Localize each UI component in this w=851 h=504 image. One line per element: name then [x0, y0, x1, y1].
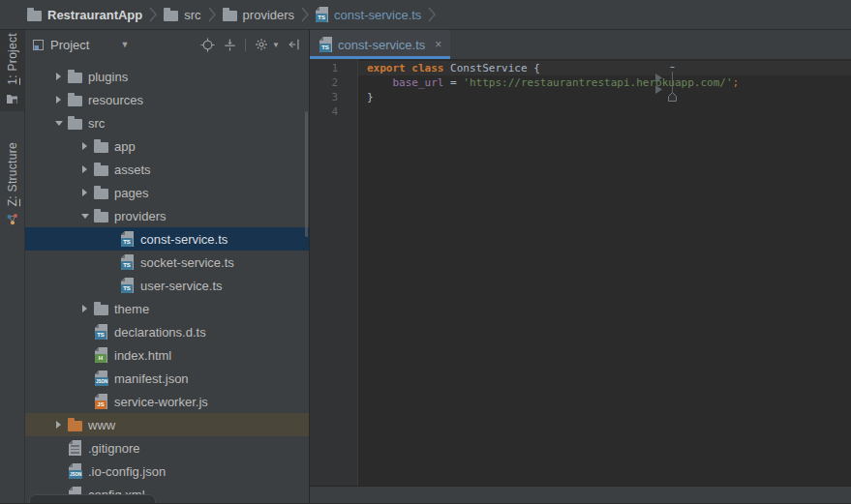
editor-tab-const-service-ts[interactable]: TSconst-service.ts×: [310, 30, 450, 59]
folder-icon: [68, 119, 82, 130]
breadcrumb: RestraurantAppsrcprovidersTSconst-servic…: [0, 0, 851, 30]
tree-item-socket-service-ts[interactable]: TSsocket-service.ts: [25, 251, 309, 274]
tree-item-resources[interactable]: resources: [25, 88, 309, 111]
folder-excluded-icon: [68, 421, 82, 431]
collapse-all-icon[interactable]: [223, 38, 237, 52]
tree-item-pages[interactable]: pages: [25, 181, 309, 204]
file-textfile-icon: [69, 440, 81, 456]
tree-collapsed-arrow-icon[interactable]: [50, 421, 67, 429]
breadcrumb-label: providers: [243, 8, 294, 22]
tree-item-label: index.html: [114, 348, 171, 363]
tree-item--gitignore[interactable]: .gitignore: [25, 436, 309, 460]
code-pane[interactable]: export class ConstService { base_url = '…: [358, 59, 851, 486]
tree-item-label: pages: [114, 186, 148, 200]
tree-item-label: www: [88, 418, 115, 432]
status-bar: [310, 486, 851, 503]
line-number: 4: [310, 104, 357, 119]
tree-item-declarations-d-ts[interactable]: TSdeclarations.d.ts: [25, 320, 309, 343]
tree-item-assets[interactable]: assets: [25, 158, 309, 181]
code-line: }: [358, 90, 851, 104]
code-token-keyword: export class: [367, 62, 443, 74]
tree-item-label: service-worker.js: [114, 395, 208, 409]
breadcrumb-item-const-service-ts[interactable]: TSconst-service.ts: [316, 7, 421, 22]
settings-gear-icon[interactable]: [254, 37, 269, 52]
tree-item-manifest-json[interactable]: JSONmanifest.json: [25, 367, 309, 390]
file-ts-icon: TS: [316, 7, 328, 22]
tree-collapsed-arrow-icon[interactable]: [76, 189, 93, 196]
tool-strip-tab-project[interactable]: 1: Project: [0, 30, 24, 111]
file-badge: TS: [316, 14, 327, 22]
line-number: 3: [310, 90, 357, 104]
tool-strip-tab-structure[interactable]: Z: Structure: [0, 123, 24, 249]
folder-icon: [94, 189, 108, 199]
hide-panel-icon[interactable]: [288, 38, 301, 51]
editor[interactable]: 1234 export class ConstService { base_ur…: [310, 59, 851, 486]
folder-icon: [164, 11, 178, 21]
folder-icon: [68, 96, 82, 106]
tree-item-plugins[interactable]: plugins: [25, 65, 309, 88]
folder-icon: [94, 142, 108, 153]
tree-collapsed-arrow-icon[interactable]: [76, 165, 93, 173]
breadcrumb-item-restraurantapp[interactable]: RestraurantApp: [27, 8, 142, 22]
breadcrumb-label: RestraurantApp: [47, 8, 142, 22]
tree-item-label: socket-service.ts: [140, 255, 234, 270]
file-badge: TS: [319, 44, 331, 52]
tree-item-label: .io-config.json: [88, 464, 166, 479]
tree-item--io-config-json[interactable]: JSON.io-config.json: [25, 460, 309, 483]
tree-item-theme[interactable]: theme: [25, 297, 309, 320]
project-tree: pluginsresourcessrcappassetspagesprovide…: [25, 59, 309, 503]
structure-tool-icon: [6, 212, 18, 229]
tree-item-service-worker-js[interactable]: JSservice-worker.js: [25, 390, 309, 413]
tree-item-index-html[interactable]: Hindex.html: [25, 343, 309, 367]
tab-close-icon[interactable]: ×: [435, 38, 441, 51]
code-token-plain: =: [443, 76, 463, 89]
code-token-field: base_url: [393, 76, 444, 89]
file-ts-icon: TS: [319, 37, 332, 52]
tree-item-label: .gitignore: [88, 441, 139, 456]
gear-caret-icon: ▼: [272, 41, 280, 49]
ide-window: RestraurantAppsrcprovidersTSconst-servic…: [0, 0, 851, 504]
panel-actions: ▼: [200, 37, 301, 52]
folder-icon: [94, 212, 108, 222]
tree-collapsed-arrow-icon[interactable]: [76, 305, 93, 312]
file-json-icon: JSON: [69, 463, 81, 479]
tree-item-app[interactable]: app: [25, 134, 309, 158]
tree-scrollbar-thumb[interactable]: [305, 111, 308, 237]
breadcrumb-item-src[interactable]: src: [164, 8, 200, 22]
left-tool-strip: 1: ProjectZ: Structure: [0, 30, 25, 503]
tree-expanded-arrow-icon[interactable]: [50, 121, 67, 126]
folder-icon: [27, 11, 42, 21]
tree-collapsed-arrow-icon[interactable]: [76, 142, 93, 150]
code-line: [358, 104, 851, 119]
tree-collapsed-arrow-icon[interactable]: [50, 96, 67, 104]
tree-item-providers[interactable]: providers: [25, 204, 309, 227]
line-number: 2: [310, 75, 357, 90]
tree-item-label: const-service.ts: [140, 232, 228, 247]
tree-item-label: resources: [88, 93, 143, 107]
breadcrumb-separator-icon: [428, 6, 436, 23]
tree-item-www[interactable]: www: [25, 413, 309, 436]
breadcrumb-item-providers[interactable]: providers: [223, 8, 294, 22]
panel-title-caret-icon[interactable]: ▼: [120, 40, 129, 49]
tree-collapsed-arrow-icon[interactable]: [50, 73, 67, 80]
line-number: 1: [310, 61, 357, 75]
tree-item-label: user-service.ts: [140, 279, 223, 293]
code-token-semicolon: ;: [733, 76, 740, 89]
code-line: base_url = 'https://restaurantrestapi.he…: [358, 75, 851, 90]
project-tool-window: Project ▼: [25, 30, 310, 503]
tree-item-const-service-ts[interactable]: TSconst-service.ts: [25, 227, 309, 251]
file-html-icon: H: [95, 347, 107, 363]
project-tool-icon: [6, 91, 18, 108]
tool-strip-tab-label: 1: Project: [6, 33, 19, 85]
breadcrumb-separator-icon: [208, 6, 216, 23]
tree-expanded-arrow-icon[interactable]: [76, 214, 93, 219]
panel-title: Project: [50, 38, 89, 52]
tree-item-user-service-ts[interactable]: TSuser-service.ts: [25, 274, 309, 297]
file-ts-icon: TS: [95, 324, 107, 340]
locate-icon[interactable]: [200, 38, 215, 52]
toolbar-separator: [245, 39, 246, 51]
tree-item-label: assets: [114, 163, 151, 177]
project-panel-header: Project ▼: [25, 30, 309, 59]
bottom-popup-edge: [29, 494, 156, 503]
tree-item-src[interactable]: src: [25, 111, 309, 134]
